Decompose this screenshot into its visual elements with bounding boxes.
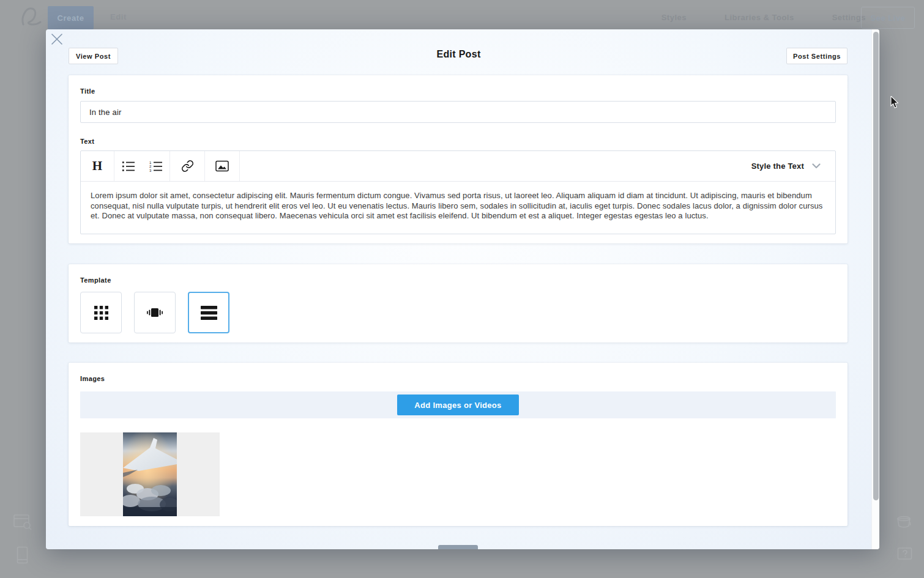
grid-template-icon	[94, 306, 108, 320]
style-text-dropdown[interactable]: Style the Text	[751, 151, 835, 181]
template-option-carousel[interactable]	[134, 292, 176, 333]
app-logo	[17, 4, 45, 31]
numbered-list-icon[interactable]: 1 2 3	[142, 151, 170, 181]
airplane-wing-photo	[123, 432, 177, 516]
link-icon[interactable]	[170, 151, 204, 181]
archive-icon[interactable]	[895, 514, 912, 530]
help-icon[interactable]	[897, 546, 913, 562]
topbar-nav: Styles Libraries & Tools Settings	[661, 13, 866, 22]
images-upload-strip: Add Images or Videos	[80, 391, 836, 418]
template-card: Template	[69, 264, 848, 343]
images-label: Images	[80, 375, 836, 382]
svg-text:1: 1	[149, 160, 152, 164]
close-icon[interactable]	[51, 33, 63, 45]
editor-toolbar: H 1 2 3	[81, 151, 835, 182]
svg-text:2: 2	[149, 165, 152, 168]
see-live-button[interactable]: See Live	[861, 7, 915, 29]
nav-libraries-tools[interactable]: Libraries & Tools	[725, 13, 794, 22]
mobile-preview-icon[interactable]	[17, 546, 29, 565]
svg-text:3: 3	[149, 168, 152, 172]
heading-icon[interactable]: H	[81, 151, 114, 181]
rich-text-editor: H 1 2 3	[80, 150, 836, 234]
tab-create[interactable]: Create	[48, 6, 94, 29]
template-options	[80, 292, 836, 333]
image-icon[interactable]	[205, 151, 239, 181]
text-content[interactable]: Lorem ipsum dolor sit amet, consectetur …	[81, 182, 835, 234]
modal-content: View Post Edit Post Post Settings Title …	[46, 29, 871, 549]
template-option-grid[interactable]	[80, 292, 122, 333]
bullet-list-icon[interactable]	[114, 151, 142, 181]
toolbar-spacer	[240, 151, 751, 181]
post-settings-button[interactable]: Post Settings	[786, 48, 848, 64]
template-option-rows[interactable]	[188, 292, 229, 333]
modal-scrollbar-track[interactable]	[871, 29, 879, 549]
tab-edit[interactable]: Edit	[110, 12, 127, 21]
title-input[interactable]	[80, 101, 836, 123]
preview-window-icon[interactable]	[13, 514, 32, 531]
images-card: Images Add Images or Videos	[69, 363, 848, 526]
next-section-peek	[438, 545, 478, 549]
add-images-videos-button[interactable]: Add Images or Videos	[397, 395, 519, 415]
title-label: Title	[80, 87, 836, 95]
rows-template-icon	[201, 306, 217, 320]
carousel-template-icon	[146, 307, 164, 318]
page-title: Edit Post	[46, 49, 871, 60]
edit-post-modal: View Post Edit Post Post Settings Title …	[46, 29, 879, 549]
style-text-dropdown-label: Style the Text	[751, 161, 804, 171]
nav-styles[interactable]: Styles	[661, 13, 687, 22]
chevron-down-icon	[812, 163, 821, 169]
title-text-card: Title Text H	[69, 75, 848, 243]
text-label: Text	[80, 138, 836, 145]
modal-scrollbar-thumb[interactable]	[873, 32, 879, 500]
image-thumbnail-item[interactable]	[80, 432, 220, 516]
template-label: Template	[80, 276, 836, 284]
